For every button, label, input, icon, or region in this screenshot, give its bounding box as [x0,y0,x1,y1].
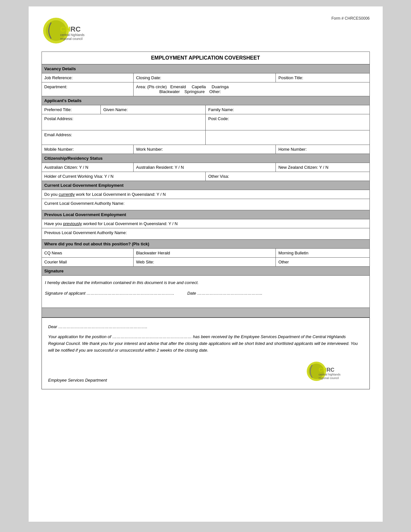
website-cell: Web Site: [133,258,276,267]
signature-date-line: Signature of applicant ……………………………………………… [45,291,366,296]
source-row-2: Courier Mail Web Site: Other [42,258,369,267]
previous-employment-header-row: Previous Local Government Employment [42,210,369,219]
signature-cell: I hereby declare that the information co… [42,276,369,308]
email-address-cell: Email Address: [42,130,205,145]
postal-address-cell: Postal Address: [42,114,205,130]
previous-employment-header: Previous Local Government Employment [42,210,369,219]
main-form-table: EMPLOYMENT APPLICATION COVERSHEET Vacanc… [42,52,370,318]
citizenship-row: Australian Citizen: Y / N Australian Res… [42,163,369,172]
position-title-cell: Position Title: [276,73,369,82]
post-code-cell: Post Code: [205,114,369,130]
department-row: Department: Area: (Pls circle) Emerald C… [42,82,369,96]
signature-header-row: Signature [42,267,369,276]
bottom-footer: Employee Services Department CHRC centra… [48,360,363,383]
dear-line: Dear ………………………………………………………. [48,324,363,329]
vacancy-header-row: Vacancy Details [42,64,369,73]
address-row: Postal Address: Post Code: [42,114,369,130]
current-employment-question-row: Do you currently work for Local Governme… [42,190,369,199]
title-row: EMPLOYMENT APPLICATION COVERSHEET [42,52,369,64]
previously-underline: previously [63,221,82,226]
previous-employment-question: Have you previously worked for Local Gov… [42,219,369,228]
blackwater-herald-cell: Blackwater Herald [133,249,276,258]
working-visa-cell: Holder of Current Working Visa: Y / N [42,172,205,181]
employee-services: Employee Services Department [48,378,107,383]
empty-row [42,308,369,318]
page-header: CHRC central highlands regional council … [42,16,370,45]
other-cell: Other [276,258,369,267]
closing-date-cell: Closing Date: [133,73,276,82]
page: CHRC central highlands regional council … [29,6,383,522]
source-header: Where did you find out about this positi… [42,240,369,249]
body-text: Your application for the position of ………… [48,334,363,354]
empty-grey-cell [42,308,369,318]
previous-authority-cell: Previous Local Government Authority Name… [42,228,369,240]
declaration-text: I hereby declare that the information co… [45,280,366,285]
citizenship-header-row: Citizenship/Residency Status [42,154,369,163]
cq-news-cell: CQ News [42,249,133,258]
current-authority-row: Current Local Government Authority Name: [42,199,369,210]
form-title: EMPLOYMENT APPLICATION COVERSHEET [42,52,369,64]
svg-text:CHRC: CHRC [60,25,81,33]
australian-citizen-cell: Australian Citizen: Y / N [42,163,133,172]
current-employment-question: Do you currently work for Local Governme… [42,190,369,199]
logo-area: CHRC central highlands regional council [42,16,106,45]
bottom-letter-section: Dear ………………………………………………………. Your applica… [42,318,370,389]
other-visa-cell: Other Visa: [205,172,369,181]
australian-resident-cell: Australian Resident: Y / N [133,163,276,172]
form-number: Form # CHRCES0006 [332,16,370,21]
email-value-cell [205,130,369,145]
previous-employment-question-row: Have you previously worked for Local Gov… [42,219,369,228]
area-cell: Area: (Pls circle) Emerald Capella Duari… [133,82,369,96]
phone-row: Mobile Number: Work Number: Home Number: [42,145,369,154]
signature-row: I hereby declare that the information co… [42,276,369,308]
family-name-cell: Family Name: [205,105,369,114]
svg-text:regional council: regional council [60,37,83,41]
mobile-number-cell: Mobile Number: [42,145,133,154]
previous-authority-row: Previous Local Government Authority Name… [42,228,369,240]
job-reference-cell: Job Reference: [42,73,133,82]
current-employment-header-row: Current Local Government Employment [42,181,369,190]
nz-citizen-cell: New Zealand Citizen: Y / N [276,163,369,172]
applicant-header-row: Applicant's Details [42,96,369,105]
source-row-1: CQ News Blackwater Herald Morning Bullet… [42,249,369,258]
currently-underline: currently [59,192,75,197]
signature-header: Signature [42,267,369,276]
current-employment-header: Current Local Government Employment [42,181,369,190]
name-row: Preferred Title: Given Name: Family Name… [42,105,369,114]
chrc-logo: CHRC central highlands regional council [42,16,106,45]
citizenship-header: Citizenship/Residency Status [42,154,369,163]
source-header-row: Where did you find out about this positi… [42,240,369,249]
work-number-cell: Work Number: [133,145,276,154]
date-line: Date ……………………………………….. [187,291,262,296]
job-ref-row: Job Reference: Closing Date: Position Ti… [42,73,369,82]
current-authority-cell: Current Local Government Authority Name: [42,199,369,210]
home-number-cell: Home Number: [276,145,369,154]
given-name-cell: Given Name: [100,105,205,114]
svg-text:central highlands: central highlands [60,33,85,37]
bottom-logo: CHRC central highlands regional council [305,360,363,383]
bottom-chrc-logo: CHRC central highlands regional council [305,360,363,383]
preferred-title-cell: Preferred Title: [42,105,100,114]
courier-mail-cell: Courier Mail [42,258,133,267]
svg-text:regional council: regional council [319,376,339,380]
email-row: Email Address: [42,130,369,145]
morning-bulletin-cell: Morning Bulletin [276,249,369,258]
department-cell: Department: [42,82,133,96]
area-options-line2: Blackwater Springsure Other: [136,89,367,94]
applicant-header: Applicant's Details [42,96,369,105]
svg-text:CHRC: CHRC [319,367,334,373]
vacancy-header: Vacancy Details [42,64,369,73]
form-title-text: EMPLOYMENT APPLICATION COVERSHEET [151,55,260,61]
visa-row: Holder of Current Working Visa: Y / N Ot… [42,172,369,181]
signature-line: Signature of applicant ……………………………………………… [45,291,174,296]
area-options-line1: Area: (Pls circle) Emerald Capella Duari… [136,84,367,89]
svg-text:central highlands: central highlands [319,373,341,376]
